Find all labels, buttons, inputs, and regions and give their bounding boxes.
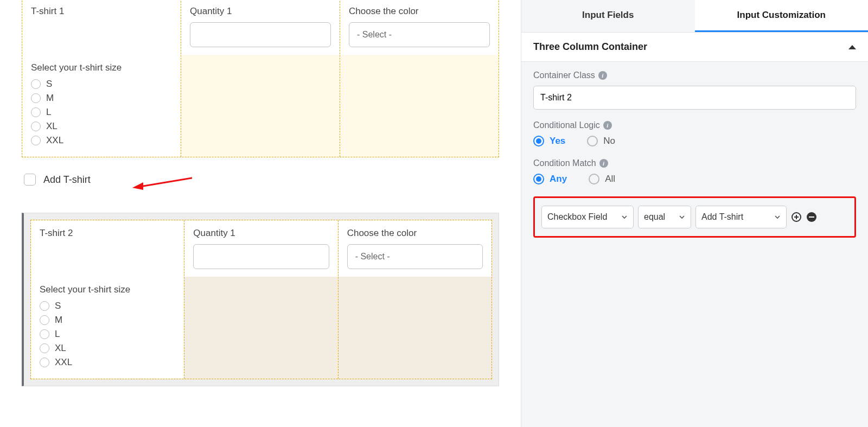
radio-option[interactable]: S <box>40 301 175 311</box>
radio-icon <box>31 136 41 145</box>
color-label: Choose the color <box>347 228 483 239</box>
svg-marker-1 <box>132 182 143 190</box>
chevron-down-icon <box>621 214 628 220</box>
info-icon[interactable]: i <box>603 121 612 130</box>
radio-icon <box>40 301 49 311</box>
qty-label: Quantity 1 <box>193 228 329 239</box>
option-yes[interactable]: Yes <box>533 136 565 146</box>
option-all[interactable]: All <box>589 174 615 184</box>
field-title: T-shirt 2 <box>40 228 175 239</box>
radio-icon <box>31 107 41 117</box>
chevron-up-icon <box>848 45 856 49</box>
chevron-down-icon <box>679 214 685 220</box>
info-icon[interactable]: i <box>598 71 607 80</box>
size-label: Select your t-shirt size <box>31 62 172 73</box>
section-header[interactable]: Three Column Container <box>521 33 868 61</box>
svg-line-0 <box>140 178 192 187</box>
tab-input-fields[interactable]: Input Fields <box>521 0 695 32</box>
col-2: Quantity 1 <box>184 220 338 379</box>
option-any[interactable]: Any <box>533 174 567 184</box>
color-label: Choose the color <box>349 6 490 17</box>
color-select[interactable]: - Select - <box>349 22 490 47</box>
conditional-logic-label: Conditional Logic i <box>533 120 856 130</box>
radio-option[interactable]: M <box>31 93 172 104</box>
radio-option[interactable]: XXL <box>31 135 172 146</box>
size-options: S M L XL XXL <box>40 301 175 368</box>
qty-input[interactable] <box>190 22 331 47</box>
field-title: T-shirt 1 <box>31 6 172 17</box>
col-1: T-shirt 2 Select your t-shirt size S M L… <box>31 220 184 379</box>
properties-panel: Input Fields Input Customization Three C… <box>521 0 868 427</box>
radio-icon <box>589 174 599 184</box>
radio-icon <box>40 358 49 367</box>
container-class-input[interactable] <box>533 86 856 110</box>
checkbox-label: Add T-shirt <box>43 174 91 186</box>
container-class-label: Container Class i <box>533 71 856 80</box>
three-col-container-2-selected[interactable]: T-shirt 2 Select your t-shirt size S M L… <box>22 213 499 386</box>
radio-checked-icon <box>533 136 544 146</box>
qty-label: Quantity 1 <box>190 6 331 17</box>
section-title: Three Column Container <box>533 41 647 53</box>
panel-tabs: Input Fields Input Customization <box>521 0 868 33</box>
radio-option[interactable]: XL <box>31 121 172 132</box>
option-no[interactable]: No <box>587 136 615 146</box>
rule-value-select[interactable]: Add T-shirt <box>695 206 787 228</box>
radio-option[interactable]: L <box>40 329 175 340</box>
annotation-arrow-icon <box>132 176 192 192</box>
add-rule-button[interactable] <box>791 212 802 222</box>
condition-match-options: Any All <box>533 174 856 184</box>
radio-icon <box>31 79 41 89</box>
radio-option[interactable]: XL <box>40 343 175 354</box>
col-1: T-shirt 1 Select your t-shirt size S M L… <box>22 0 181 157</box>
three-col-container-1[interactable]: T-shirt 1 Select your t-shirt size S M L… <box>22 0 499 157</box>
size-label: Select your t-shirt size <box>40 284 175 295</box>
col-2: Quantity 1 <box>181 0 340 157</box>
info-icon[interactable]: i <box>599 159 608 168</box>
col-3: Choose the color - Select - <box>340 0 499 157</box>
conditional-logic-options: Yes No <box>533 136 856 146</box>
radio-option[interactable]: M <box>40 315 175 326</box>
radio-option[interactable]: XXL <box>40 357 175 368</box>
size-options: S M L XL XXL <box>31 79 172 146</box>
condition-match-label: Condition Match i <box>533 158 856 168</box>
plus-icon <box>792 212 801 222</box>
radio-icon <box>40 329 49 339</box>
remove-rule-button[interactable] <box>806 212 817 222</box>
radio-option[interactable]: L <box>31 107 172 118</box>
rule-operator-select[interactable]: equal <box>638 206 691 228</box>
add-tshirt-checkbox[interactable]: Add T-shirt <box>24 174 499 186</box>
color-select[interactable]: - Select - <box>347 244 483 269</box>
radio-checked-icon <box>533 174 544 184</box>
rule-field-select[interactable]: Checkbox Field <box>541 206 634 228</box>
tab-input-customization[interactable]: Input Customization <box>695 0 869 32</box>
minus-icon <box>807 212 816 222</box>
col-3: Choose the color - Select - <box>339 220 492 379</box>
radio-option[interactable]: S <box>31 79 172 90</box>
form-canvas: T-shirt 1 Select your t-shirt size S M L… <box>0 0 521 427</box>
radio-icon <box>31 122 41 131</box>
radio-icon <box>31 93 41 103</box>
checkbox-icon <box>24 174 36 186</box>
chevron-down-icon <box>774 214 781 220</box>
condition-rule-highlight: Checkbox Field equal Add T-shirt <box>533 196 856 238</box>
radio-icon <box>587 136 598 146</box>
radio-icon <box>40 315 49 325</box>
radio-icon <box>40 343 49 353</box>
qty-input[interactable] <box>193 244 329 269</box>
